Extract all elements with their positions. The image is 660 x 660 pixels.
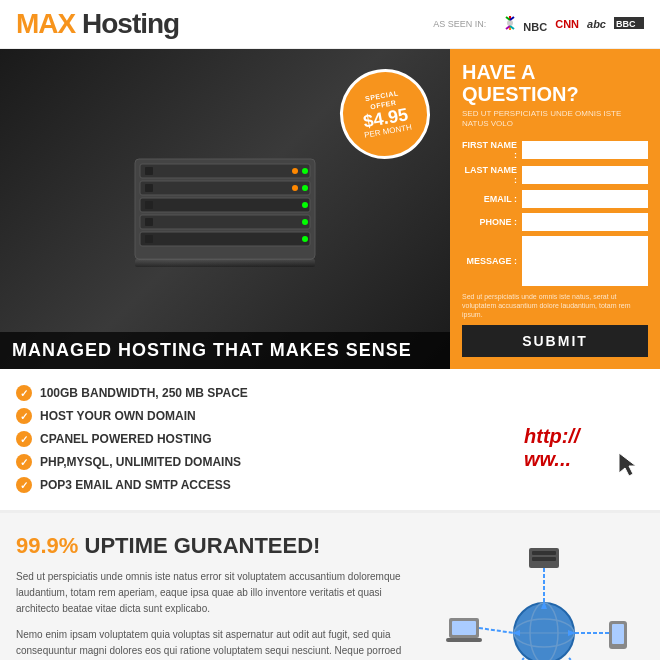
svg-rect-19 — [145, 201, 153, 209]
svg-rect-18 — [140, 198, 310, 212]
svg-rect-36 — [532, 551, 556, 555]
bbc-logo: BBC — [614, 17, 644, 31]
svg-rect-14 — [140, 181, 310, 195]
cnn-logo: CNN — [555, 18, 579, 30]
svg-rect-41 — [446, 638, 482, 642]
as-seen-in-label: AS SEEN IN: — [433, 19, 486, 29]
svg-rect-11 — [145, 167, 153, 175]
first-name-label: FIRST NAME : — [462, 140, 522, 160]
nbc-logo: NBC — [500, 15, 547, 33]
submit-button[interactable]: SUBMIT — [462, 325, 648, 357]
header-right: AS SEEN IN: NBC CNN abc — [433, 15, 644, 33]
svg-point-0 — [507, 20, 513, 26]
feature-item-3: ✓ CPANEL POWERED HOSTING — [16, 431, 498, 447]
svg-line-42 — [479, 628, 514, 633]
phone-input[interactable] — [522, 213, 648, 231]
http-display: http:// ww... — [514, 385, 644, 500]
svg-point-17 — [292, 185, 298, 191]
feature-text-2: HOST YOUR OWN DOMAIN — [40, 409, 196, 423]
form-disclaimer: Sed ut perspiciatis unde omnis iste natu… — [462, 292, 648, 319]
form-title: HAVE A QUESTION? — [462, 61, 648, 105]
svg-rect-40 — [452, 621, 476, 635]
svg-text:BBC: BBC — [616, 19, 636, 29]
media-logos: NBC CNN abc BBC — [500, 15, 644, 33]
svg-point-12 — [302, 168, 308, 174]
feature-text-1: 100GB BANDWIDTH, 250 MB SPACE — [40, 386, 248, 400]
svg-rect-44 — [612, 624, 624, 644]
page-wrapper: MAX Hosting AS SEEN IN: NBC — [0, 0, 660, 660]
svg-point-13 — [292, 168, 298, 174]
phone-label: PHONE : — [462, 217, 522, 227]
feature-text-3: CPANEL POWERED HOSTING — [40, 432, 212, 446]
logo-hosting: Hosting — [75, 8, 179, 39]
feature-item-5: ✓ POP3 EMAIL AND SMTP ACCESS — [16, 477, 498, 493]
svg-rect-22 — [145, 218, 153, 226]
form-panel: HAVE A QUESTION? SED UT PERSPICIATIS UND… — [450, 49, 660, 369]
uptime-title: 99.9% UPTIME GURANTEED! — [16, 533, 424, 559]
svg-rect-37 — [532, 557, 556, 561]
svg-text:http://: http:// — [524, 425, 582, 447]
uptime-right — [444, 533, 644, 660]
uptime-paragraph1: Sed ut perspiciatis unde omnis iste natu… — [16, 569, 424, 617]
message-input[interactable] — [522, 236, 648, 286]
svg-point-26 — [302, 236, 308, 242]
uptime-paragraph2: Nemo enim ipsam voluptatem quia voluptas… — [16, 627, 424, 660]
message-label: MESSAGE : — [462, 256, 522, 266]
abc-logo: abc — [587, 18, 606, 30]
uptime-percent: 99.9% — [16, 533, 78, 558]
hero-section: SPECIAL OFFER $4.95 PER MONTH MANAGED HO… — [0, 49, 660, 369]
feature-text-5: POP3 EMAIL AND SMTP ACCESS — [40, 478, 231, 492]
first-name-field: FIRST NAME : — [462, 140, 648, 160]
svg-point-16 — [302, 185, 308, 191]
first-name-input[interactable] — [522, 141, 648, 159]
check-icon-5: ✓ — [16, 477, 32, 493]
feature-item-2: ✓ HOST YOUR OWN DOMAIN — [16, 408, 498, 424]
email-label: EMAIL : — [462, 194, 522, 204]
svg-rect-27 — [135, 259, 315, 267]
svg-rect-25 — [145, 235, 153, 243]
check-icon-2: ✓ — [16, 408, 32, 424]
feature-item-1: ✓ 100GB BANDWIDTH, 250 MB SPACE — [16, 385, 498, 401]
email-input[interactable] — [522, 190, 648, 208]
features-list: ✓ 100GB BANDWIDTH, 250 MB SPACE ✓ HOST Y… — [16, 385, 498, 500]
last-name-field: LAST NAME : — [462, 165, 648, 185]
svg-rect-21 — [140, 215, 310, 229]
email-field: EMAIL : — [462, 190, 648, 208]
check-icon-1: ✓ — [16, 385, 32, 401]
svg-text:ww...: ww... — [524, 448, 571, 470]
message-field: MESSAGE : — [462, 236, 648, 286]
features-section: ✓ 100GB BANDWIDTH, 250 MB SPACE ✓ HOST Y… — [0, 369, 660, 510]
feature-item-4: ✓ PHP,MYSQL, UNLIMITED DOMAINS — [16, 454, 498, 470]
phone-field: PHONE : — [462, 213, 648, 231]
hero-left: SPECIAL OFFER $4.95 PER MONTH MANAGED HO… — [0, 49, 450, 369]
header: MAX Hosting AS SEEN IN: NBC — [0, 0, 660, 49]
form-subtitle: SED UT PERSPICIATIS UNDE OMNIS ISTE NATU… — [462, 109, 648, 130]
last-name-label: LAST NAME : — [462, 165, 522, 185]
svg-rect-15 — [145, 184, 153, 192]
svg-rect-10 — [140, 164, 310, 178]
hero-tagline-text: MANAGED HOSTING THAT MAKES SENSE — [12, 340, 412, 360]
check-icon-3: ✓ — [16, 431, 32, 447]
feature-text-4: PHP,MYSQL, UNLIMITED DOMAINS — [40, 455, 241, 469]
check-icon-4: ✓ — [16, 454, 32, 470]
last-name-input[interactable] — [522, 166, 648, 184]
hero-tagline: MANAGED HOSTING THAT MAKES SENSE — [0, 332, 450, 369]
uptime-left: 99.9% UPTIME GURANTEED! Sed ut perspicia… — [16, 533, 424, 660]
svg-marker-30 — [619, 453, 636, 476]
svg-point-20 — [302, 202, 308, 208]
logo: MAX Hosting — [16, 8, 179, 40]
logo-max: MAX — [16, 8, 75, 39]
svg-rect-24 — [140, 232, 310, 246]
uptime-section: 99.9% UPTIME GURANTEED! Sed ut perspicia… — [0, 510, 660, 660]
uptime-word: UPTIME GURANTEED! — [85, 533, 321, 558]
svg-point-23 — [302, 219, 308, 225]
svg-point-31 — [514, 603, 574, 660]
